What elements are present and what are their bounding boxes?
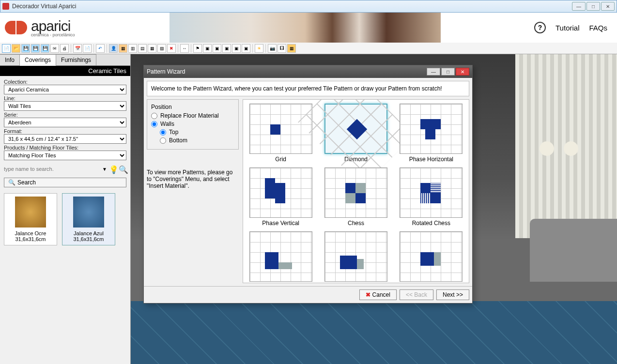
- brand-logo: aparici cerámica - porcelánico: [5, 18, 75, 37]
- tool-new-icon[interactable]: 📄: [2, 44, 11, 53]
- line-label: Line:: [4, 95, 126, 101]
- tool-camera-icon[interactable]: 📷: [268, 44, 277, 53]
- back-button[interactable]: << Back: [400, 289, 433, 300]
- tool-person-icon[interactable]: 👤: [109, 44, 118, 53]
- radio-bottom[interactable]: Bottom: [160, 137, 234, 144]
- tool-move-icon[interactable]: ↔: [180, 44, 189, 53]
- tool-layout3-icon[interactable]: ▦: [148, 44, 156, 53]
- banner-photo: [170, 13, 441, 43]
- tool-print-icon[interactable]: 🖨: [60, 44, 69, 53]
- logo-mark: [5, 21, 27, 34]
- products-label: Products / Matching Floor Tiles:: [4, 145, 126, 151]
- main-titlebar: Decorador Virtual Aparici — □ ✕: [0, 0, 617, 13]
- radio-top[interactable]: Top: [160, 129, 234, 136]
- tile-swatch-ocre: [15, 197, 46, 228]
- tool-undo-icon[interactable]: ↶: [96, 44, 105, 53]
- tool-delete-icon[interactable]: ✖: [167, 44, 176, 53]
- search-button[interactable]: 🔍 Search: [4, 178, 126, 187]
- dialog-footer: ✖Cancel << Back Next >>: [144, 286, 472, 303]
- close-button[interactable]: ✕: [601, 2, 615, 11]
- maximize-button[interactable]: □: [586, 2, 600, 11]
- tool-obj5-icon[interactable]: ▣: [242, 44, 250, 53]
- position-group: Position Replace Floor Material Walls To…: [147, 99, 239, 150]
- pattern-extra3-option[interactable]: [398, 231, 465, 283]
- brand-name: aparici: [31, 18, 75, 34]
- serie-select[interactable]: Aberdeen: [4, 118, 126, 127]
- tool-grid-icon[interactable]: ▦: [119, 44, 127, 53]
- line-select[interactable]: Wall Tiles: [4, 101, 126, 111]
- room-sofa: [530, 219, 617, 301]
- tool-calendar-icon[interactable]: 📅: [73, 44, 82, 53]
- format-select[interactable]: 31,6 x 44,5 cm / 12.4'' x 17.5'': [4, 134, 126, 144]
- tab-info[interactable]: Info: [0, 54, 20, 65]
- pattern-label: Grid: [275, 156, 286, 163]
- tool-obj4-icon[interactable]: ▣: [232, 44, 241, 53]
- collection-select[interactable]: Aparici Ceramica: [4, 85, 126, 94]
- tab-furnishings[interactable]: Furnishings: [56, 54, 96, 65]
- tool-save-icon[interactable]: 💾: [21, 44, 30, 53]
- tool-open-icon[interactable]: 📂: [12, 44, 20, 53]
- tool-layout4-icon[interactable]: ▧: [157, 44, 166, 53]
- section-heading: Ceramic Tiles: [0, 66, 130, 76]
- pattern-chess-option[interactable]: Chess: [322, 167, 389, 227]
- minimize-button[interactable]: —: [572, 2, 586, 11]
- tutorial-link[interactable]: Tutorial: [555, 24, 579, 32]
- radio-replace-floor[interactable]: Replace Floor Material: [151, 112, 234, 119]
- pattern-label: Chess: [348, 220, 364, 227]
- position-label: Position: [151, 104, 234, 110]
- pattern-phase-h-option[interactable]: Phase Horizontal: [398, 104, 465, 163]
- search-icon: 🔍: [8, 179, 15, 186]
- dialog-close-button[interactable]: ✕: [456, 68, 469, 76]
- pattern-grid-option[interactable]: Grid: [247, 104, 314, 163]
- dialog-maximize-button[interactable]: □: [441, 68, 455, 76]
- tool-flag-icon[interactable]: ⚑: [193, 44, 202, 53]
- tool-obj1-icon[interactable]: ▣: [203, 44, 212, 53]
- dialog-minimize-button[interactable]: —: [427, 68, 440, 76]
- bulb-icon[interactable]: 💡: [109, 165, 117, 173]
- tool-obj2-icon[interactable]: ▣: [213, 44, 221, 53]
- tab-coverings[interactable]: Coverings: [20, 54, 56, 66]
- products-select[interactable]: Matching Floor Tiles: [4, 151, 126, 160]
- tool-layout2-icon[interactable]: ▤: [138, 44, 147, 53]
- brand-tagline: cerámica - porcelánico: [31, 32, 75, 37]
- dialog-hint: To view more Patterns, please go to "Cov…: [147, 169, 239, 189]
- app-header: aparici cerámica - porcelánico ? Tutoria…: [0, 13, 617, 43]
- pattern-rotated-chess-option[interactable]: Rotated Chess: [398, 167, 465, 227]
- room-floor: [131, 301, 617, 364]
- dialog-titlebar[interactable]: Pattern Wizard — □ ✕: [144, 65, 472, 78]
- radio-walls[interactable]: Walls: [151, 121, 234, 127]
- tool-render-icon[interactable]: ▦: [287, 44, 296, 53]
- pattern-phase-v-option[interactable]: Phase Vertical: [247, 167, 314, 227]
- help-icon[interactable]: ?: [534, 22, 546, 33]
- tool-saveas-icon[interactable]: 💾: [41, 44, 49, 53]
- dialog-intro: Welcome to the Pattern Wizard, where you…: [147, 81, 469, 96]
- tile-size: 31,6x31,6cm: [64, 236, 113, 242]
- pattern-diamond-option[interactable]: Diamond: [322, 104, 389, 163]
- tile-name: Jalance Azul: [64, 230, 113, 236]
- tool-sun-icon[interactable]: ☀: [255, 44, 263, 53]
- dropdown-icon[interactable]: ▼: [102, 167, 107, 172]
- faqs-link[interactable]: FAQs: [589, 24, 607, 32]
- tool-mail-icon[interactable]: ✉: [50, 44, 59, 53]
- tool-doc-icon[interactable]: 📄: [83, 44, 92, 53]
- cancel-button[interactable]: ✖Cancel: [359, 289, 397, 300]
- tile-card-azul[interactable]: Jalance Azul 31,6x31,6cm: [62, 193, 115, 245]
- pattern-extra1-option[interactable]: [247, 231, 314, 283]
- tool-save2-icon[interactable]: 💾: [31, 44, 40, 53]
- tile-card-ocre[interactable]: Jalance Ocre 31,6x31,6cm: [4, 193, 57, 245]
- next-button[interactable]: Next >>: [436, 289, 469, 300]
- search-input[interactable]: [4, 164, 100, 174]
- pattern-list[interactable]: Grid Diamond Phase Horizontal Phase Vert…: [243, 99, 469, 283]
- tool-obj3-icon[interactable]: ▣: [222, 44, 231, 53]
- pattern-label: Rotated Chess: [412, 220, 450, 227]
- tile-size: 31,6x31,6cm: [6, 236, 55, 242]
- tool-film-icon[interactable]: 🎞: [278, 44, 286, 53]
- app-icon: [2, 3, 9, 10]
- pattern-wizard-dialog: Pattern Wizard — □ ✕ Welcome to the Patt…: [143, 65, 473, 303]
- tile-name: Jalance Ocre: [6, 230, 55, 236]
- pattern-extra2-option[interactable]: [322, 231, 389, 283]
- tile-swatch-azul: [73, 197, 104, 228]
- magnifier-icon[interactable]: 🔍: [119, 165, 126, 173]
- sidebar-tabs: Info Coverings Furnishings: [0, 54, 130, 66]
- tool-layout1-icon[interactable]: ▥: [128, 44, 137, 53]
